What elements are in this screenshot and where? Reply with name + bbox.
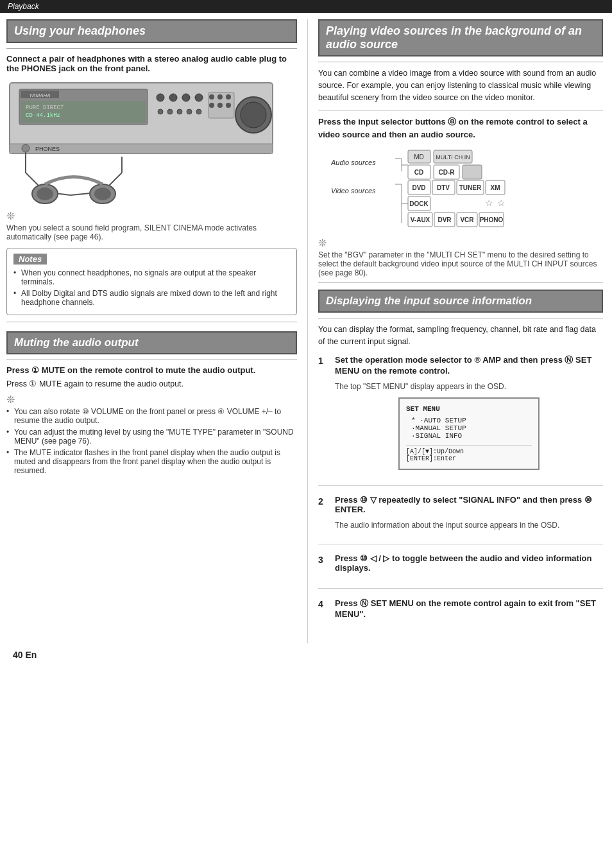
right-section2-title: Displaying the input source information: [318, 290, 603, 313]
step3-block: 3 Press ⑩ ◁ / ▷ to toggle between the au…: [318, 553, 603, 589]
svg-point-7: [157, 94, 164, 101]
svg-point-21: [217, 103, 223, 108]
svg-text:PURE DIRECT: PURE DIRECT: [26, 105, 64, 111]
page-header: Playback: [0, 0, 612, 13]
svg-point-19: [226, 94, 231, 100]
mute-detail: Press ① MUTE again to resume the audio o…: [6, 379, 297, 388]
svg-text:MD: MD: [414, 153, 424, 161]
step1-block: 1 Set the operation mode selector to ® A…: [318, 354, 603, 486]
header-label: Playback: [8, 2, 39, 11]
svg-point-37: [94, 187, 111, 200]
svg-point-10: [195, 94, 203, 101]
svg-point-35: [37, 187, 53, 200]
svg-text:DVD: DVD: [412, 184, 425, 191]
svg-text:YAMAHA: YAMAHA: [29, 92, 50, 98]
mute-intro: Press ① MUTE on the remote control to mu…: [6, 365, 297, 375]
step2-block: 2 Press ⑩ ▽ repeatedly to select "SIGNAL…: [318, 495, 603, 544]
bgv-tip-text: Set the "BGV" parameter in the "MULTI CH…: [318, 250, 603, 277]
tip2-star: ❊: [6, 394, 297, 406]
step2-content: Press ⑩ ▽ repeatedly to select "SIGNAL I…: [335, 495, 603, 535]
left-column: Using your headphones Connect a pair of …: [6, 19, 308, 643]
step4-num: 4: [318, 599, 330, 609]
step3-content: Press ⑩ ◁ / ▷ to toggle between the audi…: [335, 553, 603, 579]
section2-title: Muting the audio output: [6, 331, 297, 354]
svg-rect-50: [463, 165, 482, 179]
svg-point-20: [209, 103, 214, 108]
osd-title: SET MENU: [406, 405, 532, 413]
tip1-star: ❊: [6, 210, 297, 222]
svg-point-15: [196, 109, 201, 114]
right-section1-intro: You can combine a video image from a vid…: [318, 67, 603, 103]
receiver-image: YAMAHA PURE DIRECT CD 44.1kHz: [6, 80, 276, 205]
mute-bullet: The MUTE indicator flashes in the front …: [6, 448, 297, 475]
step4-content: Press Ⓝ SET MENU on the remote control a…: [335, 598, 603, 625]
note-item: All Dolby Digital and DTS audio signals …: [13, 289, 290, 307]
svg-text:CD-R: CD-R: [439, 169, 455, 176]
svg-point-9: [182, 94, 190, 101]
step3-num: 3: [318, 555, 330, 565]
notes-title: Notes: [13, 254, 47, 265]
osd-item1: * ·AUTO SETUP: [411, 417, 532, 424]
step4-text: Press Ⓝ SET MENU on the remote control a…: [335, 598, 603, 619]
svg-point-22: [226, 103, 231, 108]
osd-box: SET MENU * ·AUTO SETUP ·MANUAL SETUP ·SI…: [398, 397, 540, 470]
step3-text: Press ⑩ ◁ / ▷ to toggle between the audi…: [335, 553, 603, 573]
svg-text:TUNER: TUNER: [459, 184, 482, 191]
svg-text:DVR: DVR: [438, 216, 452, 223]
svg-text:XM: XM: [491, 184, 500, 191]
step2-num: 2: [318, 496, 330, 507]
right-section2-intro: You can display the format, sampling fre…: [318, 324, 603, 348]
section1-title: Using your headphones: [6, 19, 297, 43]
osd-item2: ·MANUAL SETUP: [411, 424, 532, 432]
svg-text:DTV: DTV: [437, 184, 450, 191]
svg-point-13: [177, 109, 182, 114]
step1-detail: The top "SET MENU" display appears in th…: [335, 382, 603, 391]
svg-text:CD: CD: [414, 169, 423, 176]
svg-text:PHONO: PHONO: [480, 216, 504, 223]
svg-text:Video sources: Video sources: [331, 187, 376, 195]
headphones-intro: Connect a pair of headphones with a ster…: [6, 54, 297, 73]
page-number: 40 En: [13, 650, 37, 660]
svg-text:V-AUX: V-AUX: [411, 216, 430, 223]
page-footer: 40 En: [0, 643, 612, 666]
svg-point-12: [167, 109, 173, 114]
svg-text:☆: ☆: [497, 198, 506, 208]
svg-point-8: [169, 94, 177, 101]
sources-diagram: Audio sources MD MULTI CH IN CD CD-R Vid…: [331, 147, 549, 230]
svg-point-26: [22, 144, 30, 152]
svg-text:DOCK: DOCK: [409, 200, 429, 207]
svg-text:VCR: VCR: [460, 216, 474, 223]
right-section1-title: Playing video sources in the background …: [318, 19, 603, 56]
step1-num: 1: [318, 356, 330, 366]
mute-bullet: You can adjust the muting level by using…: [6, 428, 297, 446]
step1-text: Set the operation mode selector to ® AMP…: [335, 354, 603, 376]
svg-point-14: [187, 109, 192, 114]
mute-bullet: You can also rotate ⑩ VOLUME on the fron…: [6, 407, 297, 425]
svg-text:CD   44.1kHz: CD 44.1kHz: [26, 112, 60, 119]
svg-text:MULTI CH IN: MULTI CH IN: [436, 154, 470, 161]
osd-hint: [A]/[▼]:Up/Down [ENTER]:Enter: [406, 445, 532, 462]
right-section1-step: Press the input selector buttons ⓐ on th…: [318, 116, 603, 141]
svg-point-24: [241, 102, 266, 128]
step1-content: Set the operation mode selector to ® AMP…: [335, 354, 603, 476]
svg-point-11: [158, 109, 163, 114]
mute-bullets: You can also rotate ⑩ VOLUME on the fron…: [6, 407, 297, 475]
step2-text: Press ⑩ ▽ repeatedly to select "SIGNAL I…: [335, 495, 603, 514]
right-tip1-star: ❊: [318, 237, 603, 249]
right-column: Playing video sources in the background …: [308, 19, 603, 643]
notes-list: When you connect headphones, no signals …: [13, 268, 290, 307]
tip1-text: When you select a sound field program, S…: [6, 223, 297, 241]
notes-box: Notes When you connect headphones, no si…: [6, 248, 297, 315]
svg-text:☆: ☆: [485, 198, 493, 208]
svg-point-17: [209, 94, 214, 100]
svg-text:Audio sources: Audio sources: [331, 159, 376, 166]
step4-block: 4 Press Ⓝ SET MENU on the remote control…: [318, 598, 603, 634]
osd-item3: ·SIGNAL INFO: [411, 432, 532, 440]
step2-detail: The audio information about the input so…: [335, 521, 603, 530]
svg-point-18: [217, 94, 223, 100]
svg-text:PHONES: PHONES: [35, 146, 60, 152]
note-item: When you connect headphones, no signals …: [13, 268, 290, 286]
